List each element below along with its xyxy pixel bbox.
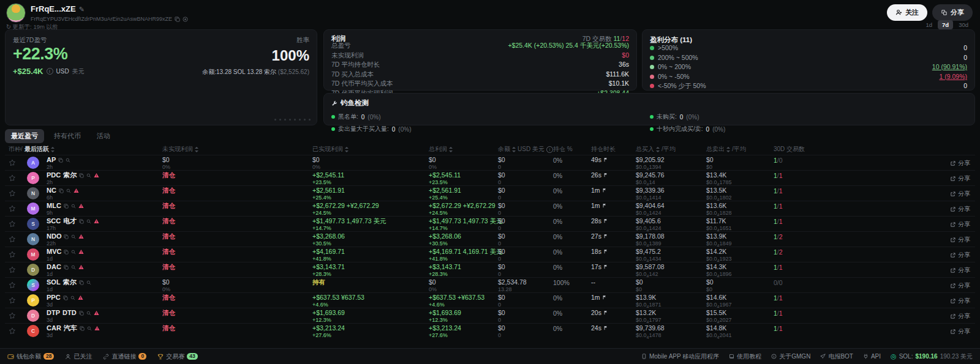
carousel-dot[interactable]	[284, 119, 286, 121]
row-share-button[interactable]: 分享	[950, 251, 970, 259]
token-name-cell[interactable]: SCC电才17h	[47, 218, 99, 231]
share-button[interactable]: 分享	[932, 4, 973, 21]
search-icon[interactable]	[87, 326, 92, 331]
follow-button[interactable]: 关注	[887, 4, 927, 21]
search-icon[interactable]	[71, 204, 76, 209]
distribution-value[interactable]: 1 (9.09%)	[939, 73, 967, 80]
copy-ca-icon[interactable]	[58, 158, 63, 163]
token-name-cell[interactable]: AP2h	[47, 157, 70, 170]
distribution-value[interactable]: 10 (90.91%)	[932, 64, 967, 70]
range-1d[interactable]: 1d	[921, 20, 937, 29]
col-sell[interactable]: 总卖出/平均	[706, 145, 746, 154]
footer-item-trophy[interactable]: 交易赛43	[157, 352, 197, 361]
footer-item-link[interactable]: 直通链接0	[103, 352, 146, 361]
tab-活动[interactable]: 活动	[91, 129, 116, 143]
star-icon[interactable]	[9, 297, 16, 304]
table-row[interactable]: DDTPDTD3d清仓+$1,693.69+12.3%+$1,693.69+12…	[5, 308, 975, 323]
token-name-cell[interactable]: PDC索尔2h	[47, 172, 99, 185]
copy-ca-icon[interactable]	[63, 295, 68, 300]
copy-ca-icon[interactable]	[64, 234, 69, 239]
row-share-button[interactable]: 分享	[950, 297, 970, 305]
tab-持有代币[interactable]: 持有代币	[48, 129, 87, 143]
col-total[interactable]: 总利润	[429, 145, 453, 154]
carousel-dot[interactable]	[279, 119, 281, 121]
info-icon[interactable]: i	[47, 68, 53, 75]
search-icon[interactable]	[71, 250, 76, 254]
footer-item-plane[interactable]: 电报BOT	[820, 352, 853, 361]
table-row[interactable]: SSCC电才17h清仓+$1,497.73 1,497.73 美元+14.7%+…	[5, 216, 975, 231]
row-share-button[interactable]: 分享	[950, 174, 970, 183]
row-share-button[interactable]: 分享	[950, 190, 970, 198]
search-icon[interactable]	[86, 219, 91, 224]
table-row[interactable]: NNC6h清仓+$2,561.91+25.4%+$2,561.91+25.4%$…	[5, 185, 975, 201]
footer-item-info[interactable]: 关于GMGN	[771, 352, 810, 361]
footer-item-phone[interactable]: Mobile APP 移动应用程序	[641, 352, 719, 361]
search-icon[interactable]	[66, 188, 71, 193]
token-name-cell[interactable]: NC6h	[47, 187, 79, 201]
carousel-dot[interactable]	[309, 119, 311, 121]
row-share-button[interactable]: 分享	[950, 281, 970, 290]
star-icon[interactable]	[9, 281, 16, 289]
row-share-button[interactable]: 分享	[950, 312, 970, 321]
copy-ca-icon[interactable]	[80, 326, 85, 331]
table-row[interactable]: AAP2h$00%$00%$00%$000%49s$9,205.92$0.041…	[5, 155, 975, 170]
col-token[interactable]: 币种/最后活跃	[9, 145, 55, 154]
table-row[interactable]: DDAC1d清仓+$3,143.71+28.3%+$3,143.71+28.3%…	[5, 262, 975, 277]
footer-item-plug[interactable]: API	[863, 353, 881, 360]
search-icon[interactable]	[86, 311, 91, 316]
row-share-button[interactable]: 分享	[950, 220, 970, 229]
search-icon[interactable]	[86, 173, 91, 178]
row-share-button[interactable]: 分享	[950, 327, 970, 336]
footer-item-user[interactable]: 已关注	[65, 352, 92, 361]
star-icon[interactable]	[9, 205, 16, 212]
search-icon[interactable]	[71, 265, 76, 270]
search-icon[interactable]	[71, 234, 76, 239]
col-realized[interactable]: 已实现利润	[312, 145, 349, 154]
copy-ca-icon[interactable]	[79, 280, 84, 285]
carousel-dot[interactable]	[289, 119, 291, 121]
star-icon[interactable]	[9, 220, 16, 228]
table-row[interactable]: CCAR汽车3d清仓+$3,213.24+27.6%+$3,213.24+27.…	[5, 323, 975, 338]
copy-ca-icon[interactable]	[79, 311, 84, 316]
star-icon[interactable]	[9, 312, 16, 319]
copy-ca-icon[interactable]	[79, 173, 84, 178]
sol-price-ticker[interactable]: ◎ SOL: $190.16 190.23 美元	[891, 352, 973, 361]
range-30d[interactable]: 30d	[954, 20, 973, 29]
copy-ca-icon[interactable]	[64, 204, 69, 209]
star-icon[interactable]	[9, 327, 16, 335]
star-icon[interactable]	[9, 266, 16, 273]
star-icon[interactable]	[9, 236, 16, 243]
token-name-cell[interactable]: MLC9h	[47, 202, 84, 216]
footer-item-wallet[interactable]: 钱包余额28	[7, 352, 54, 361]
carousel-dots[interactable]	[274, 119, 311, 121]
qr-address-icon[interactable]	[183, 17, 188, 22]
row-share-button[interactable]: 分享	[950, 266, 970, 275]
range-7d[interactable]: 7d	[938, 20, 953, 29]
edit-name-icon[interactable]: ✎	[79, 6, 85, 13]
col-balance[interactable]: 余额USD 美元i	[498, 145, 553, 154]
copy-ca-icon[interactable]	[59, 188, 64, 193]
table-row[interactable]: MMVC1d清仓+$4,169.71+41.8%+$4,169.71 4,169…	[5, 247, 975, 262]
row-share-button[interactable]: 分享	[950, 159, 970, 168]
row-share-button[interactable]: 分享	[950, 236, 970, 244]
copy-ca-icon[interactable]	[64, 265, 69, 270]
copy-ca-icon[interactable]	[79, 219, 84, 224]
copy-ca-icon[interactable]	[64, 250, 69, 254]
star-icon[interactable]	[9, 251, 16, 258]
tab-最近盈亏[interactable]: 最近盈亏	[5, 129, 44, 143]
token-name-cell[interactable]: DAC1d	[47, 264, 84, 277]
token-name-cell[interactable]: PPC3d	[47, 294, 83, 308]
star-icon[interactable]	[9, 159, 16, 166]
col-unrealized[interactable]: 未实现利润	[162, 145, 198, 154]
carousel-dot[interactable]	[299, 119, 301, 121]
token-name-cell[interactable]: MVC1d	[47, 248, 84, 262]
star-icon[interactable]	[9, 174, 16, 182]
row-share-button[interactable]: 分享	[950, 205, 970, 214]
footer-item-book[interactable]: 使用教程	[729, 352, 761, 361]
table-row[interactable]: PPDC索尔2h清仓+$2,545.11+23.5%+$2,545.11+23.…	[5, 170, 975, 185]
carousel-dot[interactable]	[304, 119, 306, 121]
search-icon[interactable]	[86, 280, 91, 285]
search-icon[interactable]	[70, 295, 75, 300]
star-icon[interactable]	[9, 190, 16, 197]
col-buy[interactable]: 总买入/平均	[636, 145, 676, 154]
